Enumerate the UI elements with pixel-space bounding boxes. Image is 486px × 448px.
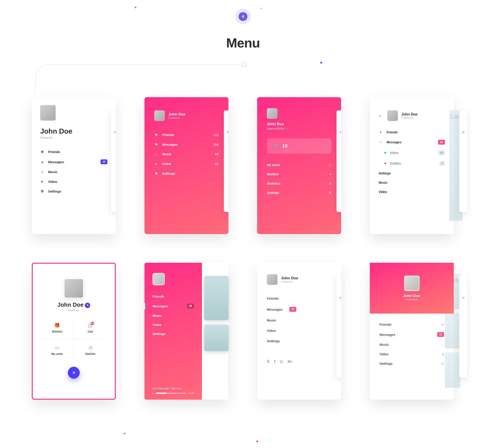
- menu-item-messages[interactable]: Messages29: [153, 301, 194, 311]
- label: Music: [162, 152, 172, 156]
- facebook-icon[interactable]: f: [274, 360, 275, 363]
- progress-track[interactable]: [156, 392, 186, 394]
- menu-item-friends[interactable]: Friends: [153, 292, 194, 301]
- decoration-dot: [256, 440, 258, 442]
- label: Video: [379, 190, 387, 194]
- profile-header: John Doe Freelancer: [370, 263, 454, 313]
- menu-item-friends[interactable]: Friends⊕: [380, 320, 444, 329]
- messages-badge: 29: [187, 304, 194, 308]
- googleplus-icon[interactable]: G+: [288, 360, 292, 363]
- side-panel: ≡: [459, 276, 467, 377]
- menu-item-statistics[interactable]: Statisticsıll: [267, 179, 331, 188]
- grid-wishlist[interactable]: 🎁Wishlist: [41, 317, 74, 339]
- menu-item-settings[interactable]: Settings: [153, 329, 194, 338]
- count: 98: [215, 152, 219, 156]
- menu-item-video[interactable]: Video: [267, 326, 331, 336]
- music-icon: ♫: [442, 343, 444, 346]
- inbox-badge: 13: [438, 150, 445, 155]
- menu-item-music[interactable]: Music♫: [380, 340, 444, 349]
- submenu-item-outbox[interactable]: Outbox2: [379, 158, 445, 169]
- menu-item-wishlist[interactable]: Wishlist♥: [267, 169, 331, 179]
- menu-item-messages[interactable]: −Messages15: [379, 137, 445, 147]
- grid-statistic[interactable]: ◔Statistic: [74, 339, 107, 361]
- play-icon[interactable]: ▸: [153, 392, 154, 394]
- avatar[interactable]: [64, 279, 84, 298]
- avatar[interactable]: [387, 110, 398, 121]
- menu-item-music[interactable]: Music: [379, 178, 445, 187]
- label: Wishlist: [52, 330, 62, 333]
- menu-item-music[interactable]: Music: [267, 315, 331, 326]
- menu-item-music[interactable]: ♫Music: [40, 167, 107, 177]
- label: My cards: [267, 163, 280, 167]
- menu-lines-icon[interactable]: ≡: [462, 296, 464, 300]
- menu-item-settings[interactable]: ✿Settings: [40, 186, 107, 196]
- time: 11:36: [188, 392, 194, 394]
- edit-button[interactable]: ✎: [85, 303, 90, 308]
- menu-item-video[interactable]: ▸Video: [40, 177, 107, 186]
- gear-icon[interactable]: ✿: [379, 114, 381, 118]
- menu-item-friends[interactable]: Friends: [267, 293, 331, 304]
- menu-item-friends[interactable]: ⊕Friends102: [154, 130, 219, 140]
- menu-item-music[interactable]: ♫Music98: [154, 149, 219, 159]
- menu-item-mycards[interactable]: My cards▭: [267, 160, 331, 169]
- menu-item-video[interactable]: Video: [379, 187, 445, 197]
- menu-lines-icon[interactable]: ≡: [227, 130, 228, 134]
- card-icon: ▭: [329, 163, 331, 167]
- menu-item-messages[interactable]: ●Messages15: [40, 157, 107, 167]
- avatar[interactable]: [404, 276, 420, 291]
- grid-cart[interactable]: 🛒10Cart: [74, 317, 107, 339]
- avatar[interactable]: [153, 273, 165, 285]
- now-playing: Last Friday Night - Katy Perry: [153, 387, 194, 390]
- menu-lines-icon[interactable]: ≡: [114, 130, 116, 134]
- menu-item-settings[interactable]: Settings✿: [380, 359, 444, 368]
- label: Messages: [153, 304, 168, 308]
- menu-item-messages[interactable]: ✉Messages256: [154, 140, 219, 149]
- settings-icon: ✿: [154, 171, 158, 175]
- globe-icon: ⊕: [40, 150, 44, 154]
- menu-lines-icon[interactable]: ≡: [340, 296, 341, 300]
- count: 256: [213, 143, 219, 146]
- user-role: Freelancer: [33, 309, 115, 312]
- menu-item-messages[interactable]: Messages15: [380, 329, 444, 340]
- avatar[interactable]: [154, 110, 165, 121]
- cart-summary[interactable]: 🛒10: [267, 138, 331, 154]
- avatar[interactable]: [40, 105, 56, 120]
- grid-mycards[interactable]: ▭My cards: [41, 339, 74, 361]
- menu-item-video[interactable]: Video▮: [380, 349, 444, 359]
- instagram-icon[interactable]: ◻: [280, 360, 283, 363]
- mini-player[interactable]: ▸ 11:36: [153, 392, 194, 394]
- menu-lines-icon[interactable]: ≡: [462, 130, 464, 134]
- avatar[interactable]: [267, 108, 277, 119]
- menu-item-settings[interactable]: Settings: [379, 169, 445, 178]
- label: Friends: [153, 295, 164, 298]
- menu-item-video[interactable]: ▸Video52: [154, 159, 219, 168]
- menu-item-music[interactable]: Music: [153, 311, 194, 320]
- menu-card-1: ≡ John Doe Freelancer ⊕Friends ●Messages…: [32, 97, 116, 234]
- close-button[interactable]: ✕: [68, 367, 80, 379]
- check-icon: ✓: [286, 127, 289, 130]
- menu-item-messages[interactable]: Messages15: [267, 304, 331, 315]
- menu-item-video[interactable]: Video: [153, 320, 194, 329]
- side-panel: ≡: [224, 110, 228, 212]
- minus-icon: −: [379, 140, 383, 144]
- menu-item-settings[interactable]: ✿Settings: [154, 168, 219, 178]
- menu-lines-icon[interactable]: ≡: [340, 130, 341, 134]
- label: Music: [379, 181, 388, 184]
- label: Messages: [48, 160, 64, 164]
- menu-item-friends[interactable]: +Friends: [379, 128, 445, 137]
- twitter-icon[interactable]: 𝕏: [267, 360, 269, 363]
- avatar[interactable]: [267, 274, 277, 285]
- chart-icon: ıll: [329, 182, 331, 185]
- label: Video: [153, 323, 162, 327]
- chevron-down-icon[interactable]: ⌄: [33, 270, 115, 274]
- pie-icon: ◔: [74, 345, 107, 350]
- menu-item-friends[interactable]: ⊕Friends: [40, 147, 107, 157]
- gift-icon: 🎁: [41, 323, 73, 328]
- submenu-item-inbox[interactable]: Inbox13: [379, 147, 445, 158]
- music-icon: ♫: [40, 170, 44, 174]
- user-role: Freelancer: [281, 280, 298, 283]
- menu-item-settings[interactable]: Settings: [267, 336, 331, 346]
- user-name: John Doe: [401, 112, 418, 116]
- heart-icon: ♥: [330, 172, 331, 176]
- menu-item-settings[interactable]: Settings✿: [267, 188, 331, 197]
